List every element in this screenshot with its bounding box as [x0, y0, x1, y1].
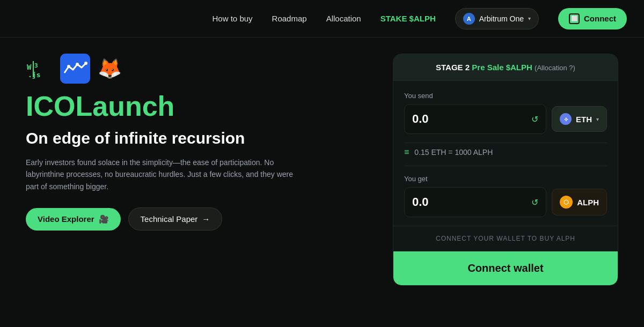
widget-body: You send 0.0 ↺ ⟡ ETH ▾ ≡ 0.15 ETH = 100	[393, 81, 618, 217]
presale-label: Pre Sale $ALPH	[472, 63, 532, 72]
svg-text:.js: .js	[28, 71, 40, 79]
chevron-down-icon: ▾	[528, 16, 531, 21]
widget-header: STAGE 2 Pre Sale $ALPH (Allocation ?)	[393, 54, 618, 81]
network-label: Arbitrum One	[479, 14, 524, 23]
alph-label: ALPH	[577, 198, 599, 207]
video-icon: 🎥	[99, 214, 109, 224]
technical-paper-button[interactable]: Technical Paper →	[128, 207, 223, 231]
reset-get-icon[interactable]: ↺	[531, 197, 538, 207]
cta-buttons: Video Explorer 🎥 Technical Paper →	[26, 207, 371, 231]
video-label: Video Explorer	[38, 214, 94, 224]
web3-logo: W 3 .js	[26, 54, 56, 84]
stage-label: STAGE 2	[436, 63, 470, 72]
nav-allocation[interactable]: Allocation	[326, 14, 361, 23]
svg-point-6	[76, 63, 79, 66]
eth-icon: ⟡	[560, 113, 572, 125]
eth-chevron-icon: ▾	[596, 116, 599, 122]
nav-stake[interactable]: STAKE $ALPH	[380, 14, 436, 23]
get-input-row: 0.0 ↺ ⬡ ALPH	[404, 187, 607, 217]
eth-token-selector[interactable]: ⟡ ETH ▾	[552, 106, 607, 132]
svg-point-5	[67, 65, 70, 68]
network-selector[interactable]: A Arbitrum One ▾	[455, 8, 539, 29]
tradesanta-logo	[60, 54, 90, 84]
send-input-box[interactable]: 0.0 ↺	[404, 104, 546, 134]
get-input-box[interactable]: 0.0 ↺	[404, 187, 546, 217]
get-value: 0.0	[412, 195, 429, 209]
paper-label: Technical Paper	[141, 214, 198, 224]
you-get-label: You get	[404, 175, 607, 183]
alph-token-display: ⬡ ALPH	[552, 189, 607, 215]
send-input-row: 0.0 ↺ ⟡ ETH ▾	[404, 104, 607, 134]
svg-text:3: 3	[34, 62, 38, 69]
you-send-label: You send	[404, 92, 607, 100]
nav-how-to-buy[interactable]: How to buy	[213, 14, 253, 23]
equals-icon: ≡	[404, 147, 409, 157]
video-explorer-button[interactable]: Video Explorer 🎥	[26, 208, 121, 231]
logo-row: W 3 .js 🦊	[26, 54, 371, 84]
main-content: W 3 .js 🦊	[0, 38, 644, 327]
rate-row: ≡ 0.15 ETH = 1000 ALPH	[404, 143, 607, 166]
connect-prompt: CONNECT YOUR WALLET TO BUY ALPH	[393, 226, 618, 251]
eth-label: ETH	[576, 115, 592, 124]
wallet-icon: ⬜	[569, 13, 580, 24]
ico-widget-container: STAGE 2 Pre Sale $ALPH (Allocation ?) Yo…	[393, 54, 618, 316]
svg-point-7	[84, 62, 87, 65]
arrow-icon: →	[202, 214, 210, 224]
navbar: How to buy Roadmap Allocation STAKE $ALP…	[0, 0, 644, 38]
nav-roadmap[interactable]: Roadmap	[272, 14, 307, 23]
send-value: 0.0	[412, 112, 429, 126]
rate-text: 0.15 ETH = 1000 ALPH	[414, 148, 493, 157]
connect-nav-label: Connect	[584, 14, 616, 23]
connect-wallet-button[interactable]: Connect wallet	[393, 251, 618, 285]
hero-section: W 3 .js 🦊	[26, 54, 371, 316]
app-title: ICOLaunch	[26, 92, 371, 120]
reset-send-icon[interactable]: ↺	[531, 114, 538, 124]
alph-icon: ⬡	[560, 196, 573, 209]
app-description: Early investors found solace in the simp…	[26, 157, 305, 192]
arbitrum-icon: A	[463, 13, 475, 25]
ico-widget: STAGE 2 Pre Sale $ALPH (Allocation ?) Yo…	[393, 54, 618, 286]
metamask-logo: 🦊	[94, 54, 125, 84]
app-tagline: On edge of infinite recursion	[26, 129, 371, 148]
allocation-label: (Allocation ?)	[535, 64, 575, 72]
svg-rect-4	[60, 54, 90, 84]
svg-text:W: W	[27, 63, 32, 71]
connect-nav-button[interactable]: ⬜ Connect	[558, 8, 627, 29]
